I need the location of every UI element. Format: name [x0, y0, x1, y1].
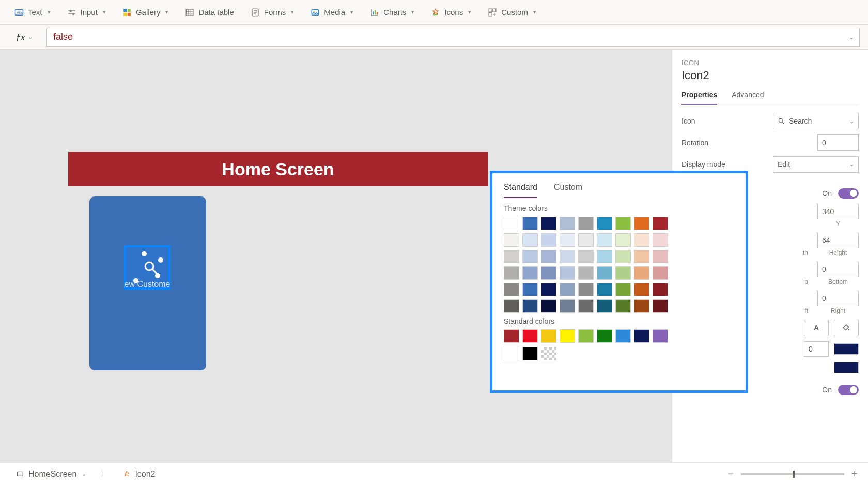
color-swatch[interactable]: [522, 250, 538, 263]
color-swatch[interactable]: [653, 299, 668, 313]
color-swatch[interactable]: [541, 250, 556, 263]
color-swatch[interactable]: [615, 299, 631, 313]
color-swatch[interactable]: [653, 217, 668, 230]
ribbon-charts[interactable]: Charts▾: [370, 8, 414, 17]
color-swatch[interactable]: [504, 329, 519, 343]
color-swatch[interactable]: [560, 329, 575, 343]
tab-properties[interactable]: Properties: [681, 87, 717, 105]
tab-advanced[interactable]: Advanced: [732, 87, 764, 105]
ribbon-media[interactable]: Media▾: [311, 8, 353, 17]
color-swatch[interactable]: [615, 283, 631, 296]
formula-input[interactable]: false ⌄: [47, 28, 860, 47]
color-swatch[interactable]: [615, 217, 631, 230]
color-swatch[interactable]: [634, 299, 649, 313]
prop-y-input[interactable]: 340: [817, 204, 859, 219]
color-swatch[interactable]: [522, 283, 538, 296]
color-swatch[interactable]: [541, 299, 556, 313]
prop-right-input[interactable]: 0: [817, 291, 859, 306]
color-swatch[interactable]: [578, 217, 594, 230]
color-swatch[interactable]: [634, 266, 649, 280]
color-swatch[interactable]: [504, 250, 519, 263]
color-swatch[interactable]: [597, 217, 612, 230]
color-swatch[interactable]: [522, 266, 538, 280]
color-swatch[interactable]: [522, 347, 538, 360]
color-swatch[interactable]: [541, 347, 556, 360]
color-swatch[interactable]: [560, 266, 575, 280]
color-swatch-2[interactable]: [834, 362, 859, 373]
color-swatch[interactable]: [522, 299, 538, 313]
zoom-slider[interactable]: [741, 473, 844, 475]
color-swatch[interactable]: [578, 299, 594, 313]
selection-handle[interactable]: [158, 257, 163, 263]
prop-toggle2[interactable]: [838, 385, 859, 395]
color-swatch[interactable]: [634, 250, 649, 263]
color-swatch[interactable]: [653, 233, 668, 247]
zoom-in-button[interactable]: +: [851, 468, 858, 480]
color-swatch[interactable]: [578, 250, 594, 263]
color-swatch[interactable]: [615, 329, 631, 343]
color-swatch[interactable]: [578, 233, 594, 247]
color-swatch[interactable]: [615, 233, 631, 247]
ribbon-forms[interactable]: Forms▾: [251, 8, 295, 17]
breadcrumb-screen[interactable]: HomeScreen ⌄: [10, 467, 92, 481]
zoom-out-button[interactable]: −: [728, 468, 734, 480]
ribbon-icons[interactable]: Icons▾: [431, 8, 471, 17]
color-swatch[interactable]: [578, 266, 594, 280]
ribbon-gallery[interactable]: Gallery▾: [122, 8, 169, 17]
color-tab-custom[interactable]: Custom: [554, 183, 582, 198]
color-swatch[interactable]: [504, 299, 519, 313]
color-swatch[interactable]: [541, 266, 556, 280]
color-swatch[interactable]: [560, 283, 575, 296]
color-swatch[interactable]: [541, 233, 556, 247]
color-swatch[interactable]: [522, 217, 538, 230]
color-swatch[interactable]: [541, 329, 556, 343]
prop-icon-dropdown[interactable]: Search ⌄: [773, 113, 859, 129]
color-tab-standard[interactable]: Standard: [504, 183, 537, 198]
color-swatch[interactable]: [578, 283, 594, 296]
prop-bottom-input[interactable]: 0: [817, 262, 859, 277]
color-swatch[interactable]: [504, 283, 519, 296]
color-swatch[interactable]: [504, 266, 519, 280]
color-swatch[interactable]: [522, 233, 538, 247]
color-swatch[interactable]: [653, 329, 668, 343]
color-swatch[interactable]: [560, 250, 575, 263]
color-swatch[interactable]: [541, 217, 556, 230]
color-swatch[interactable]: [560, 299, 575, 313]
prop-visible-toggle[interactable]: [838, 188, 859, 199]
selection-handle[interactable]: [142, 251, 147, 256]
color-swatch[interactable]: [597, 233, 612, 247]
selection-handle[interactable]: [155, 273, 160, 278]
color-swatch[interactable]: [634, 217, 649, 230]
color-swatch[interactable]: [597, 329, 612, 343]
color-swatch[interactable]: [504, 217, 519, 230]
zoom-thumb[interactable]: [793, 471, 795, 478]
color-swatch[interactable]: [653, 266, 668, 280]
color-swatch[interactable]: [560, 217, 575, 230]
color-swatch[interactable]: [597, 266, 612, 280]
color-swatch[interactable]: [504, 233, 519, 247]
ribbon-text[interactable]: Abc Text▾: [14, 8, 51, 17]
ribbon-input[interactable]: Input▾: [67, 8, 106, 17]
color-swatch[interactable]: [522, 329, 538, 343]
color-swatch[interactable]: [597, 250, 612, 263]
color-num-input[interactable]: 0: [804, 341, 829, 357]
color-swatch[interactable]: [634, 283, 649, 296]
prop-height-input[interactable]: 64: [817, 233, 859, 248]
color-swatch[interactable]: [634, 329, 649, 343]
formula-fx-button[interactable]: ƒx ⌄: [8, 32, 40, 43]
color-swatch-1[interactable]: [834, 343, 859, 355]
color-swatch[interactable]: [615, 250, 631, 263]
ribbon-datatable[interactable]: Data table: [185, 8, 234, 17]
fill-mode-button[interactable]: [834, 320, 859, 336]
color-swatch[interactable]: [597, 299, 612, 313]
color-swatch[interactable]: [560, 233, 575, 247]
prop-displaymode-dropdown[interactable]: Edit ⌄: [773, 156, 859, 173]
text-align-button[interactable]: A: [804, 320, 829, 336]
color-swatch[interactable]: [615, 266, 631, 280]
color-swatch[interactable]: [634, 233, 649, 247]
color-swatch[interactable]: [578, 329, 594, 343]
color-swatch[interactable]: [541, 283, 556, 296]
color-swatch[interactable]: [653, 250, 668, 263]
ribbon-custom[interactable]: Custom▾: [488, 8, 536, 17]
breadcrumb-element[interactable]: Icon2: [117, 467, 161, 481]
